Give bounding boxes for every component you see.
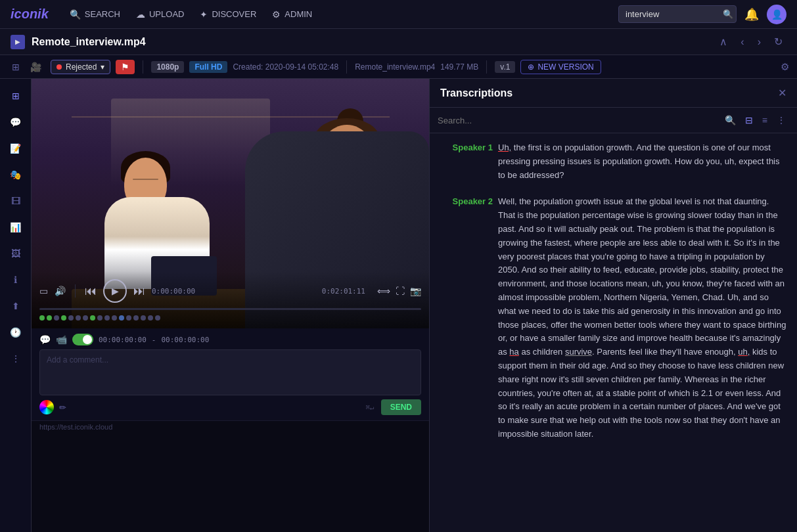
discover-nav-icon: ✦ <box>200 9 208 20</box>
color-picker[interactable] <box>39 400 54 414</box>
marker-15 <box>141 315 146 321</box>
trans-search-icon[interactable]: 🔍 <box>721 113 739 127</box>
volume-icon[interactable]: 🔊 <box>55 286 66 296</box>
play-button[interactable]: ▶ <box>103 279 127 303</box>
player-controls: ▭ 🔊 ⏮ ▶ ⏭ 0:00:00:00 0:02:01:11 ⟺ ⛶ 📷 <box>39 277 421 305</box>
transcriptions-title: Transcriptions <box>440 87 512 99</box>
grid-view-icon[interactable]: ⊞ <box>8 59 24 75</box>
skip-forward-icon[interactable]: ⏭ <box>133 284 145 298</box>
trans-more-options-icon[interactable]: ⋮ <box>773 113 789 127</box>
nav-up-arrow[interactable]: ∧ <box>716 34 731 49</box>
keyboard-shortcut: ⌘↵ <box>365 403 374 412</box>
film-strip-icon[interactable]: ▭ <box>39 286 48 296</box>
file-type-icon: ▶ <box>11 35 25 49</box>
progress-bar[interactable] <box>39 308 421 310</box>
dropdown-chevron-icon: ▾ <box>101 62 104 72</box>
marker-8 <box>90 315 95 321</box>
sidebar-item-image[interactable]: 🖼 <box>4 242 28 265</box>
left-sidebar: ⊞ 💬 📝 🎭 🎞 📊 🖼 ℹ ⬆ 🕐 ⋮ <box>0 79 32 532</box>
status-dropdown[interactable]: Rejected ▾ <box>51 60 110 74</box>
hd-badge: Full HD <box>189 61 227 73</box>
sidebar-item-effects[interactable]: 🎞 <box>4 189 28 213</box>
breadcrumb-bar: ▶ Remote_interview.mp4 ∧ ‹ › ↻ <box>0 29 797 55</box>
sidebar-item-history[interactable]: 🕐 <box>4 321 28 344</box>
time-current: 0:00:00:00 <box>152 287 195 296</box>
marker-7 <box>83 315 88 321</box>
timecode-separator: - <box>152 336 156 344</box>
camera-icon[interactable]: 🎥 <box>26 59 45 75</box>
pencil-icon[interactable]: ✏ <box>59 403 66 412</box>
upload-nav-icon: ☁ <box>136 9 145 20</box>
marker-10 <box>104 315 110 321</box>
speaker-1-label: Speaker 1 <box>440 141 493 182</box>
close-transcriptions-icon[interactable]: ✕ <box>778 87 786 99</box>
video-area: ▭ 🔊 ⏮ ▶ ⏭ 0:00:00:00 0:02:01:11 ⟺ ⛶ 📷 <box>32 79 429 532</box>
file-toolbar: ⊞ 🎥 Rejected ▾ ⚑ 1080p Full HD Created: … <box>0 55 797 79</box>
avatar[interactable]: 👤 <box>767 5 786 24</box>
sidebar-item-grid[interactable]: ⊞ <box>4 84 28 108</box>
marker-16 <box>148 315 153 321</box>
nav-upload[interactable]: ☁ UPLOAD <box>136 9 184 20</box>
nav-back-arrow[interactable]: ‹ <box>737 35 748 49</box>
controls-divider <box>75 284 76 298</box>
flag-button[interactable]: ⚑ <box>116 60 135 74</box>
speaker-2-label: Speaker 2 <box>440 195 493 441</box>
survive-word: survive <box>565 347 592 357</box>
video-container[interactable]: ▭ 🔊 ⏮ ▶ ⏭ 0:00:00:00 0:02:01:11 ⟺ ⛶ 📷 <box>32 79 429 328</box>
global-search-input[interactable] <box>626 9 717 19</box>
comment-input[interactable]: Add a comment... <box>39 349 421 395</box>
transcriptions-search-input[interactable] <box>438 116 716 125</box>
search-icon: 🔍 <box>723 9 733 19</box>
transcriptions-header: Transcriptions ✕ <box>430 79 797 108</box>
comment-placeholder: Add a comment... <box>47 355 108 365</box>
sidebar-item-info[interactable]: ℹ <box>4 268 28 292</box>
comment-toggle[interactable] <box>72 334 93 345</box>
player-extra-controls: ⟺ ⛶ 📷 <box>377 286 421 296</box>
trans-grid-view-icon[interactable]: ⊟ <box>742 113 756 127</box>
comment-bubble-icon[interactable]: 💬 <box>39 334 51 345</box>
marker-2 <box>47 315 52 321</box>
sidebar-item-chart[interactable]: 📊 <box>4 215 28 239</box>
uh-word-1: Uh, <box>498 143 511 152</box>
top-nav-right: 🔍 🔔 👤 <box>618 5 786 24</box>
comment-video-icon[interactable]: 📹 <box>56 334 67 345</box>
time-total: 0:02:01:11 <box>322 287 365 296</box>
sidebar-item-transcript[interactable]: 📝 <box>4 137 28 160</box>
sidebar-item-upload[interactable]: ⬆ <box>4 294 28 318</box>
speaker-2-text: Well, the population growth issue at the… <box>498 195 786 441</box>
sidebar-item-mask[interactable]: 🎭 <box>4 163 28 187</box>
comment-area: 💬 📹 00:00:00:00 - 00:00:00:00 Add a comm… <box>32 328 429 420</box>
comment-footer-right: ⌘↵ SEND <box>365 399 421 415</box>
global-search-box[interactable]: 🔍 <box>618 5 737 23</box>
transcription-block-2: Speaker 2 Well, the population growth is… <box>440 195 786 441</box>
nav-refresh-icon[interactable]: ↻ <box>770 34 786 49</box>
settings-icon[interactable]: ⚙ <box>781 61 789 73</box>
notifications-icon[interactable]: 🔔 <box>744 7 759 22</box>
video-overlay-controls: ▭ 🔊 ⏮ ▶ ⏭ 0:00:00:00 0:02:01:11 ⟺ ⛶ 📷 <box>32 271 429 328</box>
split-icon[interactable]: ⟺ <box>377 286 390 296</box>
send-button[interactable]: SEND <box>381 399 421 415</box>
nav-admin[interactable]: ⚙ ADMIN <box>272 9 312 20</box>
nav-discover[interactable]: ✦ DISCOVER <box>200 9 256 20</box>
sidebar-item-hierarchy[interactable]: ⋮ <box>4 347 28 370</box>
sidebar-item-comment[interactable]: 💬 <box>4 110 28 134</box>
nav-search[interactable]: 🔍 SEARCH <box>70 9 120 20</box>
timecode-end: 00:00:00:00 <box>161 336 209 344</box>
nav-forward-arrow[interactable]: › <box>754 35 765 49</box>
logo[interactable]: iconik <box>11 7 49 22</box>
screenshot-icon[interactable]: 📷 <box>410 286 421 296</box>
version-badge: v.1 <box>495 61 515 73</box>
new-version-button[interactable]: ⊕ NEW VERSION <box>520 60 601 74</box>
skip-back-icon[interactable]: ⏮ <box>85 284 97 298</box>
breadcrumb-navigation: ∧ ‹ › ↻ <box>716 34 786 49</box>
marker-13 <box>126 315 131 321</box>
file-title: Remote_interview.mp4 <box>32 36 146 48</box>
fullscreen-icon[interactable]: ⛶ <box>396 286 405 296</box>
trans-list-view-icon[interactable]: ≡ <box>759 113 771 127</box>
status-url: https://test.iconik.cloud <box>39 423 112 431</box>
quality-badge: 1080p <box>151 61 184 73</box>
marker-12 <box>119 315 124 321</box>
marker-5 <box>68 315 74 321</box>
transcription-block-1: Speaker 1 Uh, the first is on population… <box>440 141 786 182</box>
toolbar-icons-left: ⊞ 🎥 <box>8 59 45 75</box>
